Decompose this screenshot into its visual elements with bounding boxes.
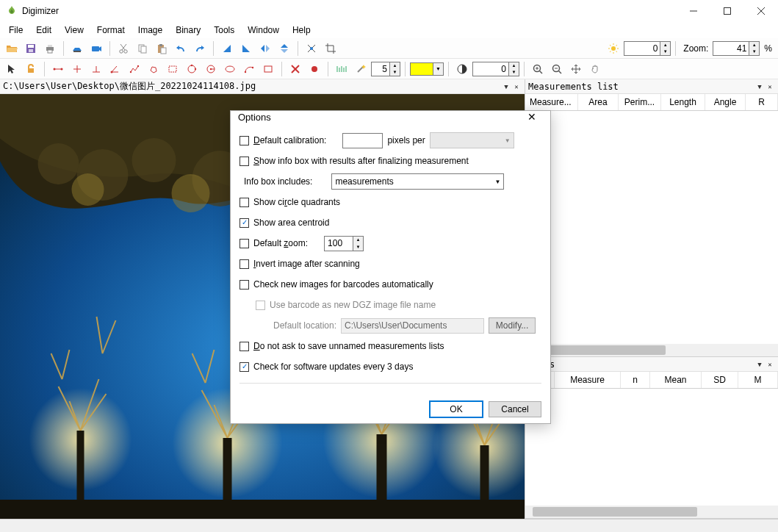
default-location-input — [341, 318, 484, 334]
default-location-label: Default location: — [273, 320, 336, 331]
use-barcode-checkbox — [256, 301, 265, 310]
invert-checkbox[interactable] — [239, 259, 249, 269]
infobox-includes-select[interactable]: measurements▼ — [331, 173, 504, 190]
default-zoom-checkbox[interactable] — [239, 239, 249, 248]
default-zoom-input[interactable] — [324, 236, 353, 251]
check-updates-label: Check for software updates every 3 days — [253, 362, 413, 372]
options-dialog: Options ✕ Default calibration: pixels pe… — [230, 110, 551, 424]
invert-label: Invert image after scanning — [253, 259, 360, 269]
donot-ask-label: Do not ask to save unnamed measurements … — [253, 341, 444, 351]
default-zoom-spinner[interactable]: ▲▼ — [353, 236, 364, 251]
check-barcodes-label: Check new images for barcodes automatica… — [253, 279, 433, 290]
calibration-value-input[interactable] — [342, 133, 383, 148]
pixels-per-label: pixels per — [387, 135, 425, 145]
calibration-unit-select[interactable]: ▼ — [430, 132, 514, 148]
default-zoom-label: Default zoom: — [253, 238, 308, 248]
default-calibration-label: Default calibration: — [253, 135, 326, 145]
donot-ask-checkbox[interactable] — [239, 342, 249, 351]
show-area-centroid-label: Show area centroid — [253, 218, 329, 228]
show-circle-quadrants-checkbox[interactable] — [239, 198, 249, 207]
default-calibration-checkbox[interactable] — [239, 136, 249, 145]
check-barcodes-checkbox[interactable] — [239, 280, 249, 290]
ok-button[interactable]: OK — [430, 401, 483, 417]
infobox-includes-label: Info box includes: — [244, 176, 312, 187]
dialog-close-button[interactable]: ✕ — [521, 111, 543, 123]
use-barcode-label: Use barcode as new DGZ image file name — [270, 300, 436, 310]
show-infobox-checkbox[interactable] — [239, 157, 249, 166]
check-updates-checkbox[interactable]: ✓ — [239, 362, 249, 372]
dialog-title: Options — [238, 112, 271, 123]
show-circle-quadrants-label: Show circle quadrants — [253, 197, 340, 207]
cancel-button[interactable]: Cancel — [489, 401, 541, 417]
show-infobox-label: Show info box with results after finaliz… — [253, 156, 469, 166]
show-area-centroid-checkbox[interactable]: ✓ — [239, 218, 249, 228]
modify-button[interactable]: Modify... — [489, 317, 536, 334]
